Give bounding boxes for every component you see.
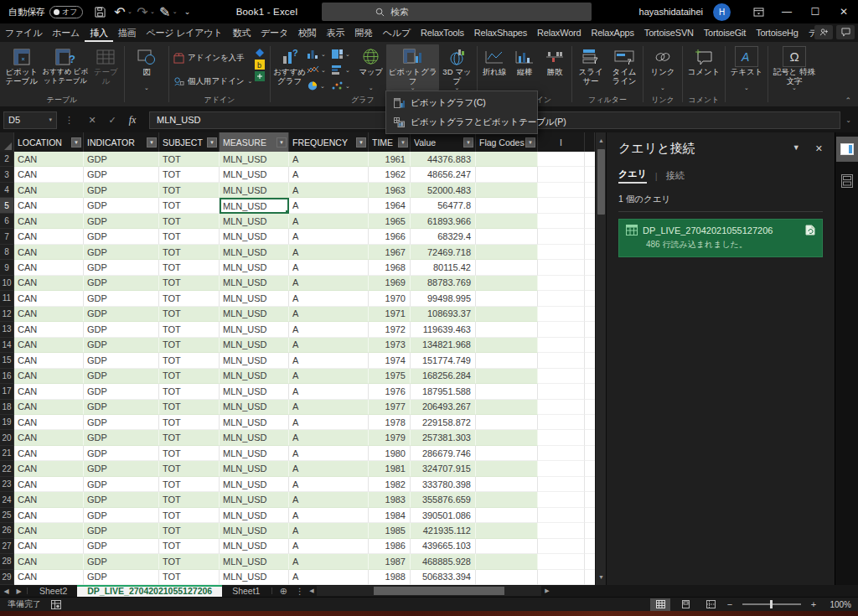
cell[interactable]: CAN — [14, 229, 84, 244]
cell-empty[interactable] — [538, 322, 585, 337]
row-number-19[interactable]: 19 — [0, 415, 14, 430]
cell-empty[interactable] — [538, 338, 585, 353]
column-header-MEASURE[interactable]: MEASURE▼ — [220, 132, 289, 152]
cell[interactable]: 506833.394 — [411, 570, 476, 585]
tab-connections[interactable]: 接続 — [666, 169, 685, 182]
cell[interactable] — [476, 229, 538, 244]
cell-empty[interactable] — [585, 167, 595, 182]
cell[interactable]: A — [289, 369, 369, 384]
cell-empty[interactable] — [585, 492, 595, 507]
my-addins-button[interactable]: 個人用アドイン ⌄ — [171, 72, 255, 91]
filter-dropdown-icon[interactable]: ▼ — [71, 137, 81, 148]
cell-empty[interactable] — [585, 276, 595, 291]
column-header-Value[interactable]: Value▼ — [411, 132, 476, 152]
cell[interactable]: TOT — [159, 214, 220, 229]
minimize-button[interactable]: — — [773, 0, 801, 23]
cell[interactable]: 1983 — [369, 492, 411, 507]
queries-pane-switch-button[interactable] — [836, 137, 858, 162]
cell[interactable]: MLN_USD — [220, 384, 289, 399]
cell[interactable]: 134821.968 — [411, 338, 476, 353]
cell[interactable] — [476, 353, 538, 368]
cell[interactable]: TOT — [159, 570, 220, 585]
cell[interactable]: MLN_USD — [220, 307, 289, 322]
vertical-scrollbar[interactable]: ▲ ▼ — [595, 132, 606, 585]
cell[interactable]: GDP — [84, 291, 159, 306]
cell-empty[interactable] — [538, 400, 585, 415]
pivot-table-button[interactable]: ピボット テーブル — [2, 44, 41, 85]
cell[interactable]: 333780.398 — [411, 477, 476, 492]
recommended-pivot-button[interactable]: ? おすすめ ピボットテーブル — [41, 44, 89, 85]
cell[interactable]: A — [289, 492, 369, 507]
cell[interactable]: 1968 — [369, 260, 411, 275]
cell[interactable]: GDP — [84, 369, 159, 384]
cell-empty[interactable] — [538, 353, 585, 368]
ribbon-tab-8[interactable]: 表示 — [322, 23, 350, 42]
cell[interactable]: 61893.966 — [411, 214, 476, 229]
ribbon-tab-0[interactable]: ファイル — [0, 23, 47, 42]
cell[interactable] — [476, 400, 538, 415]
cell[interactable]: TOT — [159, 198, 220, 213]
cell[interactable]: 1971 — [369, 307, 411, 322]
ribbon-tab-13[interactable]: RelaxWord — [532, 23, 586, 42]
column-header-INDICATOR[interactable]: INDICATOR▼ — [84, 132, 159, 152]
cell[interactable]: 1980 — [369, 446, 411, 461]
sparkline-line-button[interactable]: 折れ線 — [479, 44, 509, 85]
name-box[interactable]: D5 ▾ — [3, 111, 57, 129]
cell-empty[interactable] — [585, 307, 595, 322]
cell[interactable]: TOT — [159, 523, 220, 538]
cell[interactable]: A — [289, 430, 369, 445]
table-button[interactable]: テーブル — [90, 44, 122, 85]
row-number-21[interactable]: 21 — [0, 446, 14, 461]
cell[interactable] — [476, 369, 538, 384]
cell[interactable]: 56477.8 — [411, 198, 476, 213]
cell-empty[interactable] — [538, 307, 585, 322]
link-button[interactable]: リンク ⌄ — [645, 44, 680, 91]
user-name[interactable]: hayashidataihei — [639, 7, 703, 17]
cell-empty[interactable] — [538, 260, 585, 275]
cell[interactable]: CAN — [14, 214, 84, 229]
row-number-23[interactable]: 23 — [0, 477, 14, 492]
ribbon-tab-17[interactable]: TortoiseHg — [751, 23, 804, 42]
cell[interactable]: MLN_USD — [220, 214, 289, 229]
cell[interactable] — [476, 198, 538, 213]
vertical-scrollbar-thumb[interactable] — [597, 149, 605, 215]
cell[interactable]: MLN_USD — [220, 322, 289, 337]
cell[interactable]: TOT — [159, 183, 220, 198]
cell-empty[interactable] — [538, 430, 585, 445]
panel-options-chevron[interactable]: ▼ — [793, 143, 800, 154]
row-number-10[interactable]: 10 — [0, 276, 14, 291]
column-header-FREQUENCY[interactable]: FREQUENCY▼ — [289, 132, 369, 152]
cell[interactable] — [476, 183, 538, 198]
ribbon-tab-3[interactable]: 描画 — [113, 23, 142, 42]
cell[interactable]: A — [289, 508, 369, 523]
ribbon-tab-10[interactable]: ヘルプ — [378, 23, 416, 42]
cell-empty[interactable] — [538, 461, 585, 476]
row-number-24[interactable]: 24 — [0, 492, 14, 507]
sheet-tabs-menu[interactable]: ⋮ — [292, 585, 306, 597]
cell[interactable]: 1970 — [369, 291, 411, 306]
cell-empty[interactable] — [538, 229, 585, 244]
ribbon-display-options-button[interactable] — [744, 0, 773, 23]
cell[interactable]: 1988 — [369, 570, 411, 585]
cell[interactable]: MLN_USD — [220, 338, 289, 353]
cell-empty[interactable] — [538, 167, 585, 182]
row-number-16[interactable]: 16 — [0, 369, 14, 384]
zoom-level[interactable]: 100% — [823, 600, 851, 609]
cell[interactable]: 1972 — [369, 322, 411, 337]
cell[interactable]: 421935.112 — [411, 523, 476, 538]
addin-app-icon-blue[interactable] — [255, 48, 265, 58]
cell-empty[interactable] — [585, 260, 595, 275]
cell[interactable] — [476, 322, 538, 337]
scatter-chart-button[interactable]: ⌄ — [331, 78, 355, 94]
row-number-18[interactable]: 18 — [0, 400, 14, 415]
confirm-entry-button[interactable]: ✓ — [102, 111, 122, 129]
addin-app-icon-green[interactable] — [255, 71, 265, 81]
cell[interactable]: MLN_USD — [220, 508, 289, 523]
row-number-22[interactable]: 22 — [0, 461, 14, 476]
cell[interactable]: GDP — [84, 276, 159, 291]
cell[interactable]: CAN — [14, 152, 84, 167]
cell[interactable] — [476, 446, 538, 461]
ribbon-tab-7[interactable]: 校閲 — [293, 23, 322, 42]
close-button[interactable]: ✕ — [830, 0, 858, 23]
cell[interactable]: MLN_USD — [220, 430, 289, 445]
